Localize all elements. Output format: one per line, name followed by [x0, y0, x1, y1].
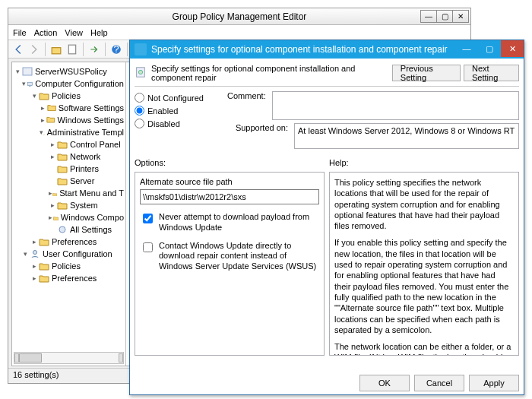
tree-prefs[interactable]: Preferences — [52, 237, 97, 246]
menu-file[interactable]: File — [13, 28, 27, 37]
dialog-heading: Specify settings for optional component … — [151, 64, 392, 82]
computer-icon — [27, 79, 33, 88]
checkbox-never-download[interactable]: Never attempt to download payload from W… — [140, 212, 319, 233]
expander-icon[interactable] — [49, 226, 57, 233]
help-paragraph: If you enable this policy setting and sp… — [334, 237, 514, 335]
radio-input[interactable] — [135, 119, 144, 128]
toolbar-divider — [105, 43, 106, 56]
divider — [135, 86, 519, 87]
dialog-minimize-button[interactable]: — — [455, 40, 478, 57]
expander-icon[interactable]: ▸ — [49, 201, 57, 209]
forward-icon[interactable] — [27, 43, 41, 56]
expander-icon[interactable]: ▸ — [49, 153, 57, 160]
minimize-button[interactable]: — — [420, 10, 437, 23]
radio-enabled[interactable]: Enabled — [135, 106, 218, 116]
help-box[interactable]: This policy setting specifies the networ… — [329, 172, 519, 356]
radio-label: Enabled — [147, 106, 178, 116]
alt-path-input[interactable] — [140, 189, 319, 204]
menu-view[interactable]: View — [65, 28, 83, 37]
tree-upolicies[interactable]: Policies — [52, 261, 81, 271]
scroll-right-icon[interactable] — [119, 353, 123, 363]
folder-icon — [57, 176, 68, 185]
tree-uprefs[interactable]: Preferences — [52, 274, 97, 283]
cancel-button[interactable]: Cancel — [414, 375, 464, 391]
up-icon[interactable] — [49, 43, 63, 56]
tree-policies[interactable]: Policies — [52, 91, 81, 100]
tree-root[interactable]: ServerWSUSPolicy — [35, 67, 107, 76]
radio-disabled[interactable]: Disabled — [135, 119, 218, 128]
expander-icon[interactable]: ▸ — [30, 274, 39, 282]
maximize-button[interactable]: ▢ — [436, 10, 453, 23]
svg-rect-1 — [68, 45, 75, 54]
policy-dialog: Specify settings for optional component … — [129, 40, 524, 395]
tree-software[interactable]: Software Settings — [59, 103, 124, 112]
svg-point-10 — [138, 70, 142, 74]
tree-windows[interactable]: Windows Settings — [58, 116, 124, 125]
expander-icon[interactable] — [49, 165, 57, 173]
alt-path-label: Alternate source file path — [140, 177, 319, 186]
window-title: Group Policy Management Editor — [173, 11, 307, 22]
expander-icon[interactable]: ▸ — [40, 116, 46, 124]
expander-icon[interactable] — [49, 177, 57, 185]
tree-start[interactable]: Start Menu and T — [59, 188, 124, 198]
properties-icon[interactable] — [65, 43, 79, 56]
tree-server[interactable]: Server — [70, 176, 94, 185]
tree-scrollbar[interactable] — [14, 352, 124, 364]
tree-allset[interactable]: All Settings — [70, 225, 112, 234]
help-icon[interactable]: ? — [109, 43, 123, 56]
previous-setting-button[interactable]: Previous Setting — [392, 65, 461, 81]
menubar: File Action View Help — [8, 25, 470, 40]
settings-icon — [57, 225, 68, 234]
expander-icon[interactable]: ▾ — [14, 68, 22, 75]
expander-icon[interactable]: ▸ — [30, 262, 39, 270]
ok-button[interactable]: OK — [359, 375, 410, 391]
radio-input[interactable] — [135, 106, 144, 116]
checkbox-input[interactable] — [143, 242, 153, 252]
help-pane: Help: This policy setting specifies the … — [329, 158, 519, 356]
scroll-thumb[interactable] — [19, 353, 42, 363]
tree-printers[interactable]: Printers — [70, 164, 99, 173]
tree-pane[interactable]: ▾ServerWSUSPolicy ▾Computer Configuratio… — [12, 62, 126, 366]
expander-icon[interactable]: ▾ — [21, 250, 30, 258]
dialog-close-button[interactable]: ✕ — [501, 40, 524, 57]
expander-icon[interactable]: ▾ — [21, 80, 27, 87]
checkbox-contact-wu[interactable]: Contact Windows Update directly to downl… — [140, 241, 319, 272]
folder-icon — [57, 140, 68, 149]
tree-admin[interactable]: Administrative Templ — [47, 128, 124, 137]
checkbox-label: Contact Windows Update directly to downl… — [159, 241, 319, 272]
expander-icon[interactable]: ▸ — [40, 104, 47, 112]
export-icon[interactable] — [87, 43, 101, 56]
policy-setting-icon — [135, 66, 147, 80]
dialog-maximize-button[interactable]: ▢ — [478, 40, 501, 57]
state-row: Not Configured Enabled Disabled Comment:… — [135, 91, 519, 149]
checkbox-input[interactable] — [143, 214, 153, 223]
window-buttons: — ▢ ✕ — [421, 10, 469, 23]
menu-action[interactable]: Action — [34, 28, 58, 37]
radio-not-configured[interactable]: Not Configured — [135, 93, 218, 103]
close-button[interactable]: ✕ — [452, 10, 469, 23]
expander-icon[interactable]: ▾ — [30, 92, 39, 100]
expander-icon[interactable]: ▸ — [30, 238, 39, 245]
comment-field[interactable] — [272, 91, 519, 120]
state-radios: Not Configured Enabled Disabled — [135, 91, 218, 149]
back-icon[interactable] — [11, 43, 25, 56]
tree-cp[interactable]: Control Panel — [70, 140, 121, 149]
folder-icon — [43, 128, 45, 137]
folder-icon — [39, 91, 49, 100]
policy-icon — [22, 67, 33, 76]
scroll-track[interactable] — [19, 353, 119, 363]
tree-compcfg[interactable]: Computer Configuration — [35, 79, 124, 88]
folder-icon — [47, 103, 56, 112]
options-label: Options: — [135, 158, 325, 172]
radio-input[interactable] — [135, 93, 144, 103]
tree-wincomp[interactable]: Windows Compo — [61, 213, 124, 222]
tree-system[interactable]: System — [70, 201, 98, 210]
folder-icon — [39, 237, 49, 246]
tree-net[interactable]: Network — [70, 152, 100, 161]
expander-icon[interactable]: ▸ — [49, 141, 57, 148]
apply-button[interactable]: Apply — [469, 375, 519, 391]
menu-help[interactable]: Help — [90, 28, 108, 37]
dialog-body: Specify settings for optional component … — [135, 62, 519, 391]
next-setting-button[interactable]: Next Setting — [464, 65, 519, 81]
tree-usercfg[interactable]: User Configuration — [43, 249, 112, 258]
